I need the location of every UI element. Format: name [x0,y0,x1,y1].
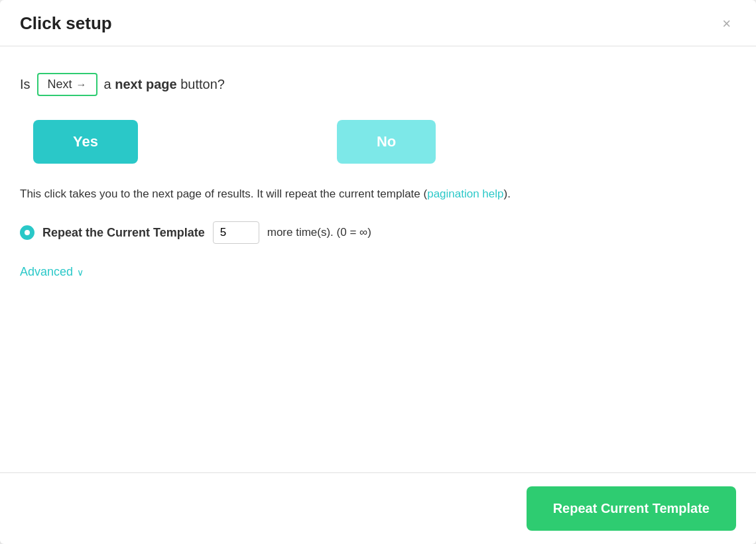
modal-title: Click setup [20,13,112,34]
modal-body: Is Next → a next page button? Yes No Thi… [0,46,756,472]
question-text: a next page button? [104,77,225,92]
repeat-current-template-button[interactable]: Repeat Current Template [527,486,736,531]
repeat-label: Repeat the Current Template [42,226,205,240]
yes-no-row: Yes No [20,120,736,164]
next-button-text: Next [48,78,72,91]
description-text: This click takes you to the next page of… [20,185,736,203]
yes-button[interactable]: Yes [33,120,138,164]
advanced-button[interactable]: Advanced [20,265,73,279]
chevron-down-icon: ∨ [77,267,84,278]
advanced-row[interactable]: Advanced ∨ [20,265,736,279]
next-button-preview: Next → [37,73,97,96]
arrow-icon: → [76,79,87,91]
repeat-count-input[interactable] [213,221,259,244]
modal-dialog: Click setup × Is Next → a next page butt… [0,0,756,544]
question-prefix: Is [20,77,31,92]
radio-button[interactable] [20,225,34,240]
question-row: Is Next → a next page button? [20,73,736,96]
next-page-emphasis: next page [115,77,176,91]
no-button[interactable]: No [337,120,436,164]
pagination-help-link[interactable]: pagination help [427,188,503,200]
repeat-row: Repeat the Current Template more time(s)… [20,221,736,244]
modal-footer: Repeat Current Template [0,472,756,544]
repeat-suffix: more time(s). (0 = ∞) [267,226,371,239]
modal-header: Click setup × [0,0,756,46]
close-button[interactable]: × [717,14,736,34]
